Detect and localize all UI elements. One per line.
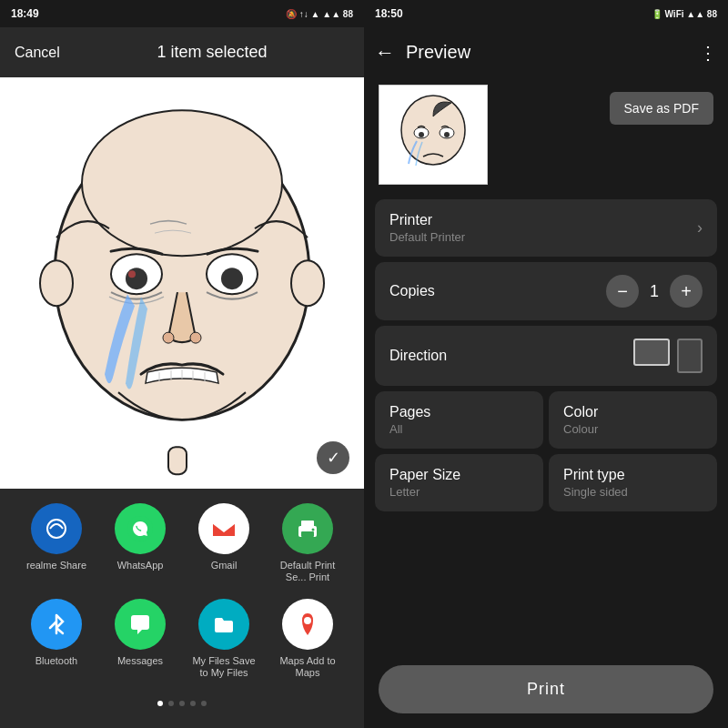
pages-color-row: Pages All Color Colour [375,391,717,449]
direction-option: Direction [375,326,717,386]
print-icon [282,503,333,554]
color-label: Color [563,404,703,420]
dot-3 [179,701,185,706]
printer-option[interactable]: Printer Default Printer › [375,199,717,257]
printer-label: Printer [389,212,465,228]
top-bar-right: ← Preview ⋮ [364,27,728,77]
more-options-button[interactable]: ⋮ [699,42,717,64]
signal-icons-left: 🔕 ↑↓ ▲ ▲▲ 88 [286,9,353,19]
color-sub: Colour [563,422,703,436]
print-button[interactable]: Print [379,665,713,713]
image-container: ✓ [0,77,364,489]
direction-label: Direction [389,348,447,364]
share-item-maps[interactable]: Maps Add to Maps [271,599,344,679]
top-bar-left: Cancel 1 item selected [0,27,364,77]
time-right: 18:50 [375,7,403,20]
papersize-printtype-row: Paper Size Letter Print type Single side… [375,454,717,511]
print-options: Printer Default Printer › Copies − 1 + D… [364,192,728,654]
share-item-messages[interactable]: Messages [104,599,177,679]
svg-rect-22 [301,531,314,537]
paper-size-sub: Letter [389,485,529,499]
gmail-label: Gmail [211,560,238,571]
share-item-myfiles[interactable]: My Files Save to My Files [187,599,260,679]
share-row-2: Bluetooth Messages My Files Save to My F… [15,599,349,679]
share-item-whatsapp[interactable]: WhatsApp [104,503,177,583]
back-button[interactable]: ← [375,41,395,65]
dot-1 [157,701,163,706]
cancel-button[interactable]: Cancel [15,45,60,61]
dot-4 [190,701,196,706]
bluetooth-icon [31,599,82,650]
landscape-icon[interactable] [633,339,670,366]
print-type-label: Print type [563,467,703,483]
svg-point-8 [190,332,201,343]
copies-label: Copies [389,283,435,299]
print-type-option[interactable]: Print type Single sided [549,454,717,511]
svg-point-23 [312,529,315,531]
pages-sub: All [389,422,529,436]
battery-wifi-icons: 🔋 WiFi ▲▲ 88 [652,9,717,19]
svg-point-1 [82,110,282,256]
direction-icons [633,339,703,373]
print-button-container: Print [364,654,728,728]
save-as-pdf-button[interactable]: Save as PDF [610,92,713,125]
messages-label: Messages [117,655,163,667]
color-option[interactable]: Color Colour [549,391,717,449]
paper-size-option[interactable]: Paper Size Letter [375,454,543,511]
pages-label: Pages [389,404,529,420]
pages-option[interactable]: Pages All [375,391,543,449]
svg-point-14 [40,260,73,306]
svg-point-3 [126,268,147,289]
print-type-sub: Single sided [563,485,703,499]
checkmark-overlay: ✓ [317,441,349,474]
status-bar-right: 18:50 🔋 WiFi ▲▲ 88 [364,0,728,27]
bluetooth-label: Bluetooth [35,655,77,667]
item-selected-text: 1 item selected [75,43,349,62]
thumb-image [383,89,483,180]
share-item-bluetooth[interactable]: Bluetooth [20,599,93,679]
svg-point-7 [163,332,174,343]
left-panel: 18:49 🔕 ↑↓ ▲ ▲▲ 88 Cancel 1 item selecte… [0,0,364,728]
paper-size-label: Paper Size [389,467,529,483]
maps-icon [282,599,333,650]
svg-point-4 [128,270,136,278]
svg-point-25 [304,617,311,624]
svg-rect-21 [301,521,314,528]
maps-label: Maps Add to Maps [271,655,344,679]
copies-increment-button[interactable]: + [670,275,703,308]
portrait-icon[interactable] [677,339,703,373]
copies-option: Copies − 1 + [375,262,717,320]
realme-share-icon [31,503,82,554]
copies-count: 1 [650,282,659,301]
share-row-1: realme Share WhatsApp Gmail Default Prin… [15,503,349,583]
svg-rect-19 [207,512,240,545]
meme-image [0,77,364,489]
status-icons-left: 🔕 ↑↓ ▲ ▲▲ 88 [286,9,353,19]
dot-2 [168,701,174,706]
print-label: Default Print Se... Print [271,560,344,583]
right-panel: 18:50 🔋 WiFi ▲▲ 88 ← Preview ⋮ [364,0,728,728]
dot-5 [201,701,207,706]
preview-thumbnail [379,85,488,185]
messages-icon [115,599,166,650]
share-sheet: realme Share WhatsApp Gmail Default Prin… [0,489,364,728]
dot-indicator [15,693,349,713]
share-item-print[interactable]: Default Print Se... Print [271,503,344,583]
whatsapp-label: WhatsApp [117,560,164,571]
status-bar-left: 18:49 🔕 ↑↓ ▲ ▲▲ 88 [0,0,364,27]
share-item-gmail[interactable]: Gmail [187,503,260,583]
myfiles-icon [198,599,249,650]
svg-point-31 [444,132,450,137]
myfiles-label: My Files Save to My Files [187,655,260,679]
share-item-realme[interactable]: realme Share [20,503,93,583]
printer-option-left: Printer Default Printer [389,212,465,244]
time-left: 18:49 [11,7,39,20]
copies-controls: − 1 + [606,275,703,308]
preview-title: Preview [406,42,688,63]
svg-rect-16 [168,447,187,474]
svg-point-15 [291,260,324,306]
status-icons-right: 🔋 WiFi ▲▲ 88 [652,9,717,19]
printer-sub: Default Printer [389,230,465,244]
svg-point-29 [419,132,424,137]
copies-decrement-button[interactable]: − [606,275,639,308]
